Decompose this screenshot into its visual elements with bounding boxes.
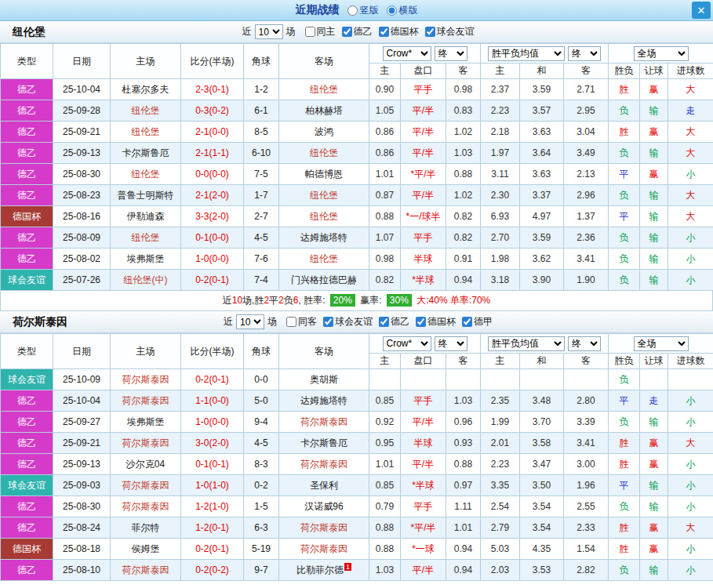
odds-group-header: Crow*终 <box>369 44 481 64</box>
score: 1-1(0-0) <box>181 390 244 412</box>
filter-同客[interactable]: 同客 <box>286 315 317 328</box>
result: 胜 <box>609 122 640 143</box>
col-odds-home: 主 <box>369 64 401 79</box>
odds-group-header: Crow*终 <box>369 334 481 354</box>
odds-home: 0.85 <box>369 390 401 412</box>
avg-draw: 3.50 <box>520 475 564 496</box>
odds-company-select[interactable]: Crow* <box>383 336 431 351</box>
result: 负 <box>609 496 640 517</box>
handicap: *一/球半 <box>401 206 446 227</box>
avg-lose <box>564 369 609 390</box>
result: 负 <box>609 369 640 390</box>
avg-lose: 1.90 <box>564 270 609 291</box>
match-row: 德乙25-08-30荷尔斯泰因1-2(1-0)1-5汉诺威960.79平手1.1… <box>1 496 713 517</box>
avg-win: 2.23 <box>481 100 520 122</box>
filter-球会友谊[interactable]: 球会友谊 <box>323 315 373 328</box>
odds-home: 0.88 <box>369 206 401 227</box>
avg-final-select[interactable]: 终 <box>568 336 601 351</box>
filter-checkbox[interactable] <box>342 27 352 37</box>
avg-lose: 3.49 <box>564 143 609 164</box>
result: 平 <box>609 164 640 185</box>
league-badge: 德乙 <box>1 143 53 164</box>
filter-德乙[interactable]: 德乙 <box>379 315 409 328</box>
odds-away: 0.88 <box>446 454 481 475</box>
filter-德国杯[interactable]: 德国杯 <box>416 315 456 328</box>
team-bar: 荷尔斯泰因 近 10 场 同客球会友谊德乙德国杯德甲 <box>0 311 713 333</box>
match-filters: 近 10 场 同客球会友谊德乙德国杯德甲 <box>220 314 493 329</box>
filter-德乙[interactable]: 德乙 <box>342 25 373 38</box>
goals-result: 大 <box>668 122 713 143</box>
avg-draw: 3.62 <box>520 249 564 270</box>
team-name: 荷尔斯泰因 <box>13 315 67 329</box>
score: 1-2(1-0) <box>181 496 244 517</box>
handicap: 平/半 <box>401 100 446 122</box>
matches-table: 类型 日期 主场 比分(半场) 角球 客场 Crow*终 胜平负均值终 全场 <box>0 43 713 291</box>
corners: 0-0 <box>244 369 279 390</box>
fullmatch-select[interactable]: 全场 <box>634 46 689 61</box>
league-badge: 球会友谊 <box>1 270 53 291</box>
avg-select[interactable]: 胜平负均值 <box>488 336 565 351</box>
result: 胜 <box>609 454 640 475</box>
score: 0-2(0-1) <box>181 369 244 390</box>
league-filter-checkboxes: 同客球会友谊德乙德国杯德甲 <box>280 315 493 329</box>
avg-win <box>481 369 520 390</box>
goals-result: 小 <box>668 496 713 517</box>
goals-result: 小 <box>668 539 713 560</box>
filter-checkbox[interactable] <box>323 317 333 327</box>
avg-lose: 2.36 <box>564 227 609 249</box>
summary-segment: 70% <box>471 295 490 306</box>
handicap-result: 输 <box>640 143 668 164</box>
handicap: 平手 <box>401 79 446 100</box>
score: 0-2(0-1) <box>181 539 244 560</box>
match-count-select[interactable]: 10 <box>255 24 283 39</box>
vertical-layout-radio[interactable] <box>347 5 358 16</box>
league-badge: 德乙 <box>1 79 53 100</box>
goals-result: 大 <box>668 185 713 206</box>
col-avg-lose: 客 <box>564 354 609 369</box>
result: 负 <box>609 249 640 270</box>
corners: 6-3 <box>244 517 279 539</box>
avg-lose: 1.54 <box>564 539 609 560</box>
filter-checkbox[interactable] <box>286 317 296 327</box>
avg-select[interactable]: 胜平负均值 <box>488 46 565 61</box>
avg-win: 2.35 <box>481 390 520 412</box>
home-team: 荷尔斯泰因 <box>111 433 181 454</box>
team-section-2: 荷尔斯泰因 近 10 场 同客球会友谊德乙德国杯德甲 类型 日期 主场 比分 <box>0 311 713 581</box>
filter-checkbox[interactable] <box>305 27 315 37</box>
odds-company-select[interactable]: Crow* <box>383 46 431 61</box>
avg-final-select[interactable]: 终 <box>568 46 601 61</box>
filter-球会友谊[interactable]: 球会友谊 <box>425 25 475 38</box>
filter-德国杯[interactable]: 德国杯 <box>379 25 419 38</box>
horizontal-layout-radio[interactable] <box>387 5 397 16</box>
filter-同主[interactable]: 同主 <box>305 25 336 38</box>
filter-德甲[interactable]: 德甲 <box>462 315 493 328</box>
filter-checkbox[interactable] <box>379 27 389 37</box>
avg-draw: 3.53 <box>520 560 564 581</box>
fullmatch-select[interactable]: 全场 <box>634 336 689 351</box>
odds-final-select[interactable]: 终 <box>435 336 467 351</box>
odds-away: 1.03 <box>446 390 481 412</box>
odds-away: 1.11 <box>446 496 481 517</box>
avg-draw: 4.97 <box>520 206 564 227</box>
goals-result: 大 <box>668 517 713 539</box>
score: 2-1(0-0) <box>181 122 244 143</box>
match-row: 德乙25-08-02埃弗斯堡1-0(0-0)7-6纽伦堡0.98半球0.911.… <box>1 249 713 270</box>
home-team: 纽伦堡 <box>111 100 181 122</box>
matches-table: 类型 日期 主场 比分(半场) 角球 客场 Crow*终 胜平负均值终 全场 <box>0 333 713 581</box>
odds-final-select[interactable]: 终 <box>435 46 467 61</box>
home-team: 荷尔斯泰因 <box>111 560 181 581</box>
filter-checkbox[interactable] <box>425 27 435 37</box>
filter-checkbox[interactable] <box>416 317 426 327</box>
filter-checkbox[interactable] <box>462 317 472 327</box>
match-row: 球会友谊25-09-03荷尔斯泰因1-0(1-0)0-2圣保利0.85*半球0.… <box>1 475 713 496</box>
close-button[interactable]: ✕ <box>692 2 711 19</box>
match-count-select[interactable]: 10 <box>236 314 264 329</box>
home-team: 荷尔斯泰因 <box>111 496 181 517</box>
handicap-result: 输 <box>640 185 668 206</box>
league-badge: 德乙 <box>1 496 53 517</box>
result: 平 <box>609 390 640 412</box>
corners: 5-0 <box>244 390 279 412</box>
avg-draw: 3.63 <box>520 122 564 143</box>
filter-checkbox[interactable] <box>379 317 389 327</box>
result: 负 <box>609 270 640 291</box>
